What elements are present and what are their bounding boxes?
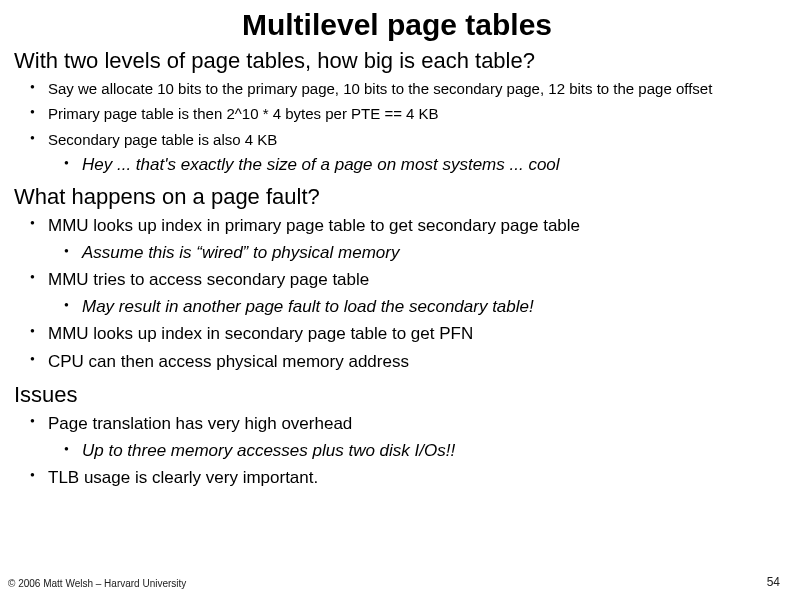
list-item-text: MMU looks up index in secondary page tab… (48, 324, 473, 343)
list-item: Secondary page table is also 4 KB Hey ..… (48, 130, 780, 176)
sublist: Up to three memory accesses plus two dis… (48, 440, 780, 462)
list-item: MMU tries to access secondary page table… (48, 269, 780, 318)
list-item: Primary page table is then 2^10 * 4 byte… (48, 104, 780, 124)
list-item-text: CPU can then access physical memory addr… (48, 352, 409, 371)
section3-list: Page translation has very high overhead … (14, 413, 780, 490)
section3-heading: Issues (14, 382, 780, 408)
list-item: MMU looks up index in primary page table… (48, 215, 780, 264)
sublist-item: Up to three memory accesses plus two dis… (82, 440, 780, 462)
footer-copyright: © 2006 Matt Welsh – Harvard University (8, 578, 186, 589)
list-item-text: Page translation has very high overhead (48, 414, 352, 433)
section2-heading: What happens on a page fault? (14, 184, 780, 210)
list-item-text: MMU tries to access secondary page table (48, 270, 369, 289)
slide: Multilevel page tables With two levels o… (0, 0, 794, 595)
sublist-item: May result in another page fault to load… (82, 296, 780, 318)
list-item: Page translation has very high overhead … (48, 413, 780, 462)
section1-list: Say we allocate 10 bits to the primary p… (14, 79, 780, 176)
list-item-text: Say we allocate 10 bits to the primary p… (48, 80, 712, 97)
list-item: CPU can then access physical memory addr… (48, 351, 780, 374)
list-item: TLB usage is clearly very important. (48, 467, 780, 490)
list-item-text: Primary page table is then 2^10 * 4 byte… (48, 105, 439, 122)
list-item-text: MMU looks up index in primary page table… (48, 216, 580, 235)
list-item-text: Secondary page table is also 4 KB (48, 131, 277, 148)
slide-title: Multilevel page tables (14, 8, 780, 42)
sublist: May result in another page fault to load… (48, 296, 780, 318)
list-item: Say we allocate 10 bits to the primary p… (48, 79, 780, 99)
section1-heading: With two levels of page tables, how big … (14, 48, 780, 74)
section2-list: MMU looks up index in primary page table… (14, 215, 780, 374)
list-item-text: TLB usage is clearly very important. (48, 468, 318, 487)
sublist: Assume this is “wired” to physical memor… (48, 242, 780, 264)
footer-page-number: 54 (767, 575, 780, 589)
list-item: MMU looks up index in secondary page tab… (48, 323, 780, 346)
sublist-item: Assume this is “wired” to physical memor… (82, 242, 780, 264)
sublist: Hey ... that's exactly the size of a pag… (48, 154, 780, 176)
sublist-item: Hey ... that's exactly the size of a pag… (82, 154, 780, 176)
